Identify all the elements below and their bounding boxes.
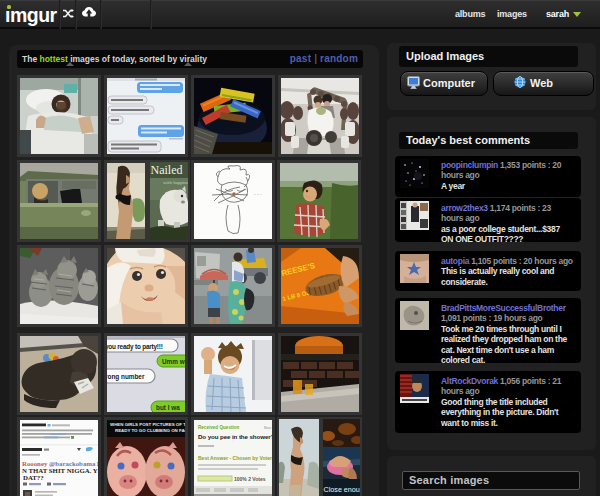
svg-text:but I wa: but I wa bbox=[156, 404, 180, 411]
svg-text:- - -: - - - bbox=[254, 191, 262, 197]
svg-text:Umm w: Umm w bbox=[162, 358, 185, 365]
svg-text:Best Answer - Chosen by Voters: Best Answer - Chosen by Voters bbox=[198, 455, 272, 461]
svg-text:Box: Box bbox=[264, 425, 272, 430]
svg-text:Roooney @barackobama H: Roooney @barackobama H bbox=[22, 460, 98, 467]
svg-text:READY TO GO CLUBBING ON FACEBO: READY TO GO CLUBBING ON FACEBOOK... bbox=[115, 428, 185, 433]
svg-text:with happiness: with happiness bbox=[163, 180, 188, 185]
svg-text:N THAT SHIT NIGGA. YOU GO: N THAT SHIT NIGGA. YOU GO bbox=[22, 467, 98, 474]
svg-text:you ready to party!!!: you ready to party!!! bbox=[107, 343, 163, 351]
svg-text:Close enou: Close enou bbox=[324, 485, 360, 494]
svg-text:100% 2 Votes: 100% 2 Votes bbox=[234, 476, 266, 482]
svg-text:rong number: rong number bbox=[107, 373, 145, 381]
svg-text:WHEN GIRLS POST PICTURES OF TH: WHEN GIRLS POST PICTURES OF THEMSELVES bbox=[110, 422, 185, 427]
svg-text:Nailed: Nailed bbox=[151, 163, 183, 177]
svg-text:Received Question: Received Question bbox=[198, 425, 240, 430]
svg-text:Do you pee in the shower?: Do you pee in the shower? bbox=[198, 433, 272, 440]
svg-text:DAT??: DAT?? bbox=[23, 474, 44, 481]
